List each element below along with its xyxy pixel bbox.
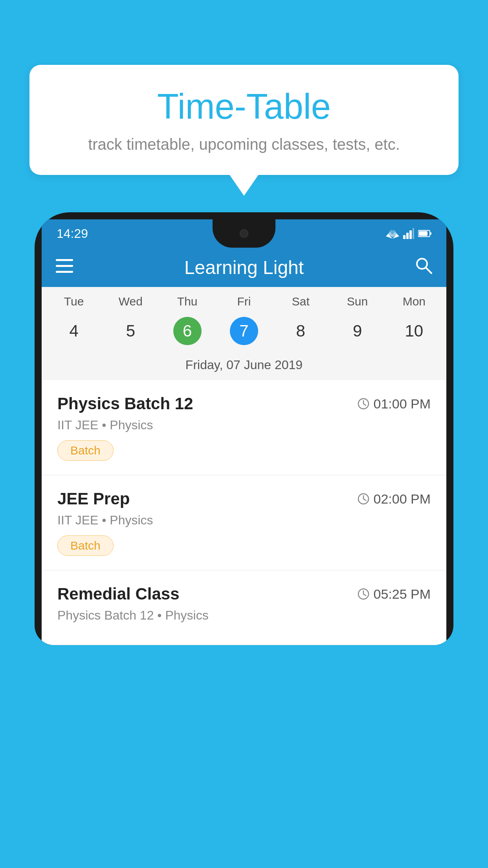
svg-rect-9 (430, 232, 431, 235)
date-5[interactable]: 5 (102, 313, 159, 349)
svg-rect-12 (56, 271, 73, 273)
date-6[interactable]: 6 (159, 313, 216, 349)
class-time-3: 05:25 PM (358, 587, 431, 602)
day-sat: Sat (272, 295, 329, 308)
calendar-section: Tue Wed Thu Fri Sat Sun Mon 4 5 6 7 8 9 … (42, 287, 446, 380)
camera (240, 229, 248, 238)
class-meta-3: Physics Batch 12 • Physics (57, 608, 431, 623)
date-4[interactable]: 4 (46, 313, 102, 349)
date-7[interactable]: 7 (216, 313, 272, 349)
class-name-1: Physics Batch 12 (57, 394, 193, 413)
class-header-2: JEE Prep 02:00 PM (57, 489, 431, 508)
svg-rect-4 (406, 233, 409, 239)
svg-rect-10 (56, 259, 73, 261)
page-title: Time-Table (53, 86, 435, 127)
batch-tag-1: Batch (57, 440, 114, 461)
days-row: Tue Wed Thu Fri Sat Sun Mon (42, 287, 446, 311)
status-time: 14:29 (57, 226, 88, 241)
date-10[interactable]: 10 (386, 313, 442, 349)
clock-icon-3 (358, 588, 369, 600)
class-meta-1: IIT JEE • Physics (57, 418, 431, 432)
clock-icon-1 (358, 398, 369, 410)
day-fri: Fri (216, 295, 272, 308)
svg-rect-8 (419, 231, 427, 236)
dates-row: 4 5 6 7 8 9 10 (42, 311, 446, 355)
batch-tag-2: Batch (57, 535, 114, 556)
status-bar: 14:29 (42, 219, 446, 248)
svg-rect-6 (413, 228, 414, 239)
app-bar: Learning Light (42, 248, 446, 287)
class-time-2: 02:00 PM (358, 491, 431, 507)
selected-date-label: Friday, 07 June 2019 (42, 355, 446, 380)
class-time-1: 01:00 PM (358, 396, 431, 412)
selected-circle: 7 (230, 317, 258, 345)
class-list: Physics Batch 12 01:00 PM IIT JEE • Phys… (42, 380, 446, 645)
date-8[interactable]: 8 (272, 313, 329, 349)
class-item-jee-prep[interactable]: JEE Prep 02:00 PM IIT JEE • Physics Batc… (42, 475, 446, 570)
svg-rect-11 (56, 265, 73, 267)
signal-icon (403, 228, 414, 239)
class-header-3: Remedial Class 05:25 PM (57, 585, 431, 603)
class-name-2: JEE Prep (57, 489, 130, 508)
bubble-tail (229, 174, 259, 196)
day-wed: Wed (102, 295, 159, 308)
svg-rect-5 (409, 230, 412, 239)
today-circle: 6 (173, 317, 202, 345)
battery-icon (418, 230, 431, 237)
class-item-physics-batch[interactable]: Physics Batch 12 01:00 PM IIT JEE • Phys… (42, 380, 446, 475)
class-header-1: Physics Batch 12 01:00 PM (57, 394, 431, 413)
class-item-remedial[interactable]: Remedial Class 05:25 PM Physics Batch 12… (42, 570, 446, 645)
phone-mockup: 14:29 (35, 212, 453, 868)
class-name-3: Remedial Class (57, 585, 180, 603)
status-icons (386, 228, 431, 239)
day-tue: Tue (46, 295, 102, 308)
svg-rect-3 (403, 235, 405, 239)
speech-bubble-card: Time-Table track timetable, upcoming cla… (29, 65, 459, 175)
menu-icon[interactable] (56, 259, 73, 276)
notch (213, 219, 275, 248)
day-thu: Thu (159, 295, 216, 308)
app-title: Learning Light (184, 257, 304, 278)
date-9[interactable]: 9 (329, 313, 385, 349)
day-mon: Mon (386, 295, 442, 308)
clock-icon-2 (358, 493, 369, 505)
search-icon[interactable] (415, 257, 432, 278)
phone-body: 14:29 (35, 212, 453, 645)
class-meta-2: IIT JEE • Physics (57, 513, 431, 528)
svg-line-14 (426, 268, 431, 273)
speech-bubble-section: Time-Table track timetable, upcoming cla… (29, 65, 459, 196)
day-sun: Sun (329, 295, 385, 308)
wifi-icon (386, 228, 399, 239)
page-subtitle: track timetable, upcoming classes, tests… (53, 136, 435, 153)
